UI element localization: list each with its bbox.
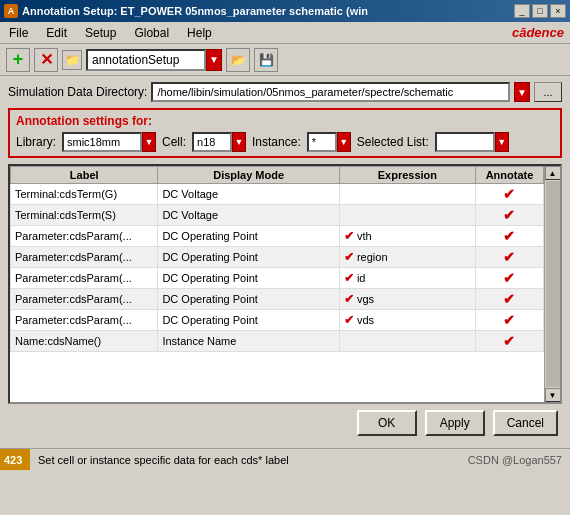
annotate-checkbox[interactable]: ✔ [503, 249, 515, 265]
minimize-button[interactable]: _ [514, 4, 530, 18]
cell-display-mode: DC Voltage [158, 205, 339, 226]
apply-button[interactable]: Apply [425, 410, 485, 436]
save-button[interactable]: 💾 [254, 48, 278, 72]
cell-annotate[interactable]: ✔ [475, 268, 543, 289]
cell-annotate[interactable]: ✔ [475, 331, 543, 352]
instance-input[interactable] [307, 132, 337, 152]
annotation-settings-box: Annotation settings for: Library: ▼ Cell… [8, 108, 562, 158]
session-combo: ▼ [86, 49, 222, 71]
library-dropdown-arrow[interactable]: ▼ [142, 132, 156, 152]
cell-annotate[interactable]: ✔ [475, 310, 543, 331]
cell-annotate[interactable]: ✔ [475, 205, 543, 226]
annotation-row: Library: ▼ Cell: ▼ Instance: ▼ Selected … [16, 132, 554, 152]
ok-button[interactable]: OK [357, 410, 417, 436]
scroll-down-arrow[interactable]: ▼ [545, 388, 561, 402]
table-row[interactable]: Terminal:cdsTerm(G)DC Voltage✔ [11, 184, 544, 205]
instance-dropdown-arrow[interactable]: ▼ [337, 132, 351, 152]
menu-file[interactable]: File [6, 25, 31, 41]
cell-label: Cell: [162, 135, 186, 149]
menu-edit[interactable]: Edit [43, 25, 70, 41]
table-row[interactable]: Terminal:cdsTerm(S)DC Voltage✔ [11, 205, 544, 226]
cell-expression: ✔ vgs [339, 289, 475, 310]
table-row[interactable]: Name:cdsName()Instance Name✔ [11, 331, 544, 352]
annotate-checkbox[interactable]: ✔ [503, 270, 515, 286]
table-row[interactable]: Parameter:cdsParam(...DC Operating Point… [11, 247, 544, 268]
table-row[interactable]: Parameter:cdsParam(...DC Operating Point… [11, 310, 544, 331]
main-content: Simulation Data Directory: /home/libin/s… [0, 76, 570, 448]
sim-data-path: /home/libin/simulation/05nmos_parameter/… [151, 82, 510, 102]
add-button[interactable]: + [6, 48, 30, 72]
sim-data-row: Simulation Data Directory: /home/libin/s… [8, 82, 562, 102]
cell-annotate[interactable]: ✔ [475, 289, 543, 310]
cell-expression: ✔ id [339, 268, 475, 289]
session-input[interactable] [86, 49, 206, 71]
cell-display-mode: DC Operating Point [158, 268, 339, 289]
cell-expression: ✔ vth [339, 226, 475, 247]
annotate-checkbox[interactable]: ✔ [503, 186, 515, 202]
library-input[interactable] [62, 132, 142, 152]
cancel-button[interactable]: Cancel [493, 410, 558, 436]
scrollbar[interactable]: ▲ ▼ [544, 166, 560, 402]
status-credit: CSDN @Logan557 [460, 454, 570, 466]
status-number: 423 [0, 449, 30, 470]
cell-label: Parameter:cdsParam(... [11, 226, 158, 247]
cell-display-mode: DC Operating Point [158, 226, 339, 247]
cell-display-mode: DC Operating Point [158, 289, 339, 310]
instance-combo: ▼ [307, 132, 351, 152]
menu-setup[interactable]: Setup [82, 25, 119, 41]
selected-list-input[interactable] [435, 132, 495, 152]
annotate-checkbox[interactable]: ✔ [503, 228, 515, 244]
scroll-up-arrow[interactable]: ▲ [545, 166, 561, 180]
menu-bar: File Edit Setup Global Help cādence [0, 22, 570, 44]
menu-global[interactable]: Global [131, 25, 172, 41]
cell-display-mode: DC Voltage [158, 184, 339, 205]
close-button[interactable]: × [550, 4, 566, 18]
annotation-settings-title: Annotation settings for: [16, 114, 554, 128]
annotate-checkbox[interactable]: ✔ [503, 333, 515, 349]
selected-list-dropdown-arrow[interactable]: ▼ [495, 132, 509, 152]
cell-display-mode: DC Operating Point [158, 247, 339, 268]
cell-label: Parameter:cdsParam(... [11, 247, 158, 268]
table-row[interactable]: Parameter:cdsParam(...DC Operating Point… [11, 268, 544, 289]
cell-display-mode: DC Operating Point [158, 310, 339, 331]
cell-expression: ✔ region [339, 247, 475, 268]
status-message: Set cell or instance specific data for e… [30, 454, 460, 466]
remove-button[interactable]: ✕ [34, 48, 58, 72]
cell-combo: ▼ [192, 132, 246, 152]
annotate-checkbox[interactable]: ✔ [503, 312, 515, 328]
cell-annotate[interactable]: ✔ [475, 184, 543, 205]
cell-expression [339, 205, 475, 226]
sim-browse-button[interactable]: ... [534, 82, 562, 102]
cell-expression [339, 331, 475, 352]
scroll-track[interactable] [546, 181, 560, 387]
window-icon: A [4, 4, 18, 18]
cadence-logo: cādence [512, 25, 564, 40]
cell-annotate[interactable]: ✔ [475, 226, 543, 247]
cell-input[interactable] [192, 132, 232, 152]
toolbar: + ✕ 📁 ▼ 📂 💾 [0, 44, 570, 76]
cell-label: Parameter:cdsParam(... [11, 289, 158, 310]
instance-label: Instance: [252, 135, 301, 149]
annotation-table: Label Display Mode Expression Annotate T… [10, 166, 544, 352]
col-header-display: Display Mode [158, 167, 339, 184]
table-row[interactable]: Parameter:cdsParam(...DC Operating Point… [11, 226, 544, 247]
annotate-checkbox[interactable]: ✔ [503, 291, 515, 307]
library-label: Library: [16, 135, 56, 149]
cell-dropdown-arrow[interactable]: ▼ [232, 132, 246, 152]
cell-label: Name:cdsName() [11, 331, 158, 352]
table-row[interactable]: Parameter:cdsParam(...DC Operating Point… [11, 289, 544, 310]
cell-expression [339, 184, 475, 205]
button-row: OK Apply Cancel [8, 404, 562, 442]
folder-icon[interactable]: 📁 [62, 50, 82, 70]
library-combo: ▼ [62, 132, 156, 152]
maximize-button[interactable]: □ [532, 4, 548, 18]
sim-dropdown-arrow[interactable]: ▼ [514, 82, 530, 102]
cell-annotate[interactable]: ✔ [475, 247, 543, 268]
annotation-table-container: Label Display Mode Expression Annotate T… [8, 164, 562, 404]
annotate-checkbox[interactable]: ✔ [503, 207, 515, 223]
window-controls[interactable]: _ □ × [514, 4, 566, 18]
open-file-button[interactable]: 📂 [226, 48, 250, 72]
session-dropdown-arrow[interactable]: ▼ [206, 49, 222, 71]
menu-help[interactable]: Help [184, 25, 215, 41]
table-scroll-area[interactable]: Label Display Mode Expression Annotate T… [10, 166, 544, 402]
